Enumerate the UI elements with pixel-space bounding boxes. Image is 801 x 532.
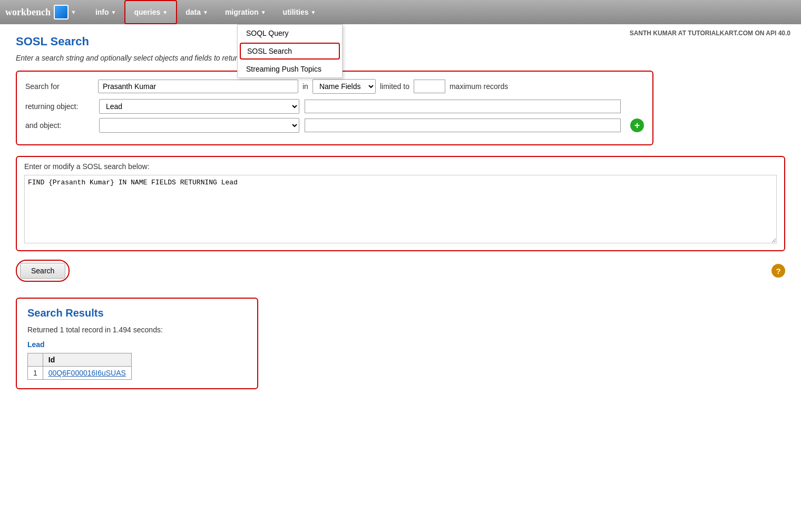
user-info: SANTH KUMAR AT TUTORIALKART.COM ON API 4…: [630, 29, 790, 37]
search-for-input[interactable]: [98, 80, 298, 93]
record-id-link[interactable]: 00Q6F000016I6uSUAS: [48, 369, 126, 377]
add-object-button[interactable]: +: [630, 119, 644, 132]
returning-object-label: returning object:: [25, 102, 94, 111]
nav-item-info[interactable]: info ▼: [87, 0, 125, 24]
nav-label-data: data: [185, 8, 201, 16]
limited-to-label: limited to: [380, 82, 409, 91]
max-records-input[interactable]: [414, 80, 445, 93]
returning-object-select[interactable]: Lead Account Contact Opportunity: [99, 99, 299, 114]
navbar: workbench ▼ info ▼ queries ▼ data ▼ migr…: [0, 0, 801, 24]
and-object-label: and object:: [25, 121, 94, 130]
row-id: 00Q6F000016I6uSUAS: [43, 367, 131, 380]
results-title: Search Results: [27, 307, 247, 319]
queries-dropdown: SOQL Query SOSL Search Streaming Push To…: [237, 24, 343, 78]
search-for-label: Search for: [25, 82, 94, 91]
search-form-box: Search for in Name Fields All Fields Ema…: [16, 71, 653, 145]
dropdown-soql-label: SOQL Query: [246, 29, 288, 37]
brand-text: workbench: [5, 7, 51, 18]
user-info-text: SANTH KUMAR AT TUTORIALKART.COM ON API 4…: [630, 29, 790, 37]
dropdown-sosl-search[interactable]: SOSL Search: [240, 43, 340, 60]
results-col-num: [28, 353, 43, 367]
and-object-row: and object: +: [25, 118, 644, 133]
sosl-textarea[interactable]: FIND {Prasanth Kumar} IN NAME FIELDS RET…: [24, 175, 777, 243]
dropdown-soql-query[interactable]: SOQL Query: [238, 25, 342, 42]
max-records-label: maximum records: [450, 82, 508, 91]
search-button-wrap: Search: [16, 260, 70, 282]
nav-item-queries[interactable]: queries ▼: [124, 0, 177, 24]
dropdown-sosl-label: SOSL Search: [247, 47, 292, 55]
dropdown-streaming[interactable]: Streaming Push Topics: [238, 61, 342, 77]
results-col-id: Id: [43, 353, 131, 367]
page-description: Enter a search string and optionally sel…: [16, 54, 785, 62]
in-label: in: [302, 82, 308, 91]
search-for-row: Search for in Name Fields All Fields Ema…: [25, 79, 644, 94]
search-button[interactable]: Search: [20, 263, 65, 279]
nav-label-utilities: utilities: [283, 8, 309, 16]
brand-logo[interactable]: workbench ▼: [5, 5, 76, 19]
results-table: Id 1 00Q6F000016I6uSUAS: [27, 353, 132, 380]
and-object-select[interactable]: [99, 118, 299, 133]
sosl-editor-label: Enter or modify a SOSL search below:: [24, 162, 777, 171]
nav-label-info: info: [95, 8, 109, 16]
nav-arrow-utilities: ▼: [311, 9, 316, 15]
search-button-row: Search ?: [16, 260, 785, 282]
nav-arrow-queries: ▼: [162, 9, 168, 15]
returning-object-row: returning object: Lead Account Contact O…: [25, 99, 644, 114]
nav-arrow-info: ▼: [111, 9, 116, 15]
nav-item-data[interactable]: data ▼: [177, 0, 217, 24]
help-icon-symbol: ?: [776, 267, 780, 275]
add-icon: +: [634, 120, 640, 131]
search-results-box: Search Results Returned 1 total record i…: [16, 298, 258, 389]
sosl-editor-box: Enter or modify a SOSL search below: FIN…: [16, 156, 785, 251]
returning-object-fields-input[interactable]: [305, 100, 621, 113]
results-summary: Returned 1 total record in 1.494 seconds…: [27, 326, 247, 334]
nav-label-queries: queries: [134, 8, 160, 16]
nav-arrow-data: ▼: [203, 9, 208, 15]
table-row: 1 00Q6F000016I6uSUAS: [28, 367, 132, 380]
nav-item-migration[interactable]: migration ▼: [217, 0, 275, 24]
and-object-fields-input[interactable]: [305, 119, 621, 132]
nav-item-utilities[interactable]: utilities ▼: [275, 0, 325, 24]
help-icon[interactable]: ?: [771, 264, 785, 278]
main-content: SANTH KUMAR AT TUTORIALKART.COM ON API 4…: [0, 24, 801, 400]
row-num: 1: [28, 367, 43, 380]
dropdown-streaming-label: Streaming Push Topics: [246, 65, 321, 73]
field-type-select[interactable]: Name Fields All Fields Email Fields Phon…: [312, 79, 376, 94]
nav-label-migration: migration: [225, 8, 259, 16]
results-object-label: Lead: [27, 340, 247, 349]
nav-arrow-migration: ▼: [261, 9, 266, 15]
brand-arrow: ▼: [71, 9, 76, 15]
brand-cube-icon: [54, 5, 69, 19]
